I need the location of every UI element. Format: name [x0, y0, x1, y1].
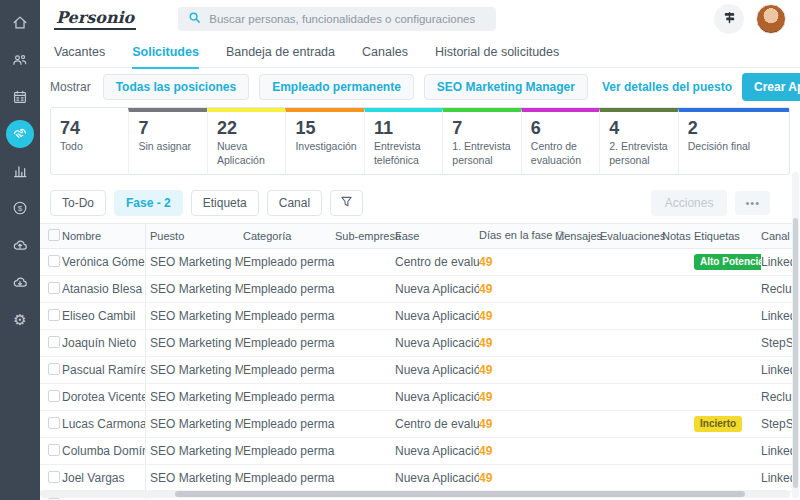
signpost-icon — [722, 10, 737, 29]
pipeline-stage[interactable]: 2 Decisión final — [678, 108, 789, 174]
topbar-actions — [714, 4, 786, 34]
row-checkbox[interactable] — [48, 471, 60, 483]
vertical-scrollbar[interactable] — [792, 172, 799, 498]
cell-nombre[interactable]: Verónica Gómez — [62, 249, 146, 275]
pipeline-stage[interactable]: 15 Investigación — [285, 108, 363, 174]
pipeline-stage[interactable]: 7 1. Entrevista personal — [442, 108, 520, 174]
sidebar-item-export[interactable] — [6, 268, 34, 296]
tab-label: Solicitudes — [132, 45, 199, 59]
toolbar-filter-button[interactable]: To-Do — [50, 190, 106, 216]
pipeline-stage[interactable]: 6 Centro de evaluación — [521, 108, 599, 174]
col-header-canal[interactable]: Canal — [761, 230, 792, 242]
tab-item[interactable]: Bandeja de entrada — [226, 45, 335, 67]
table-row[interactable]: Lucas Carmona SEO Marketing Manager Empl… — [40, 411, 792, 438]
col-header-categoria[interactable]: Categoría — [243, 230, 335, 242]
vertical-scrollbar-thumb[interactable] — [793, 218, 798, 488]
global-search-input[interactable]: Buscar personas, funcionalidades o confi… — [178, 7, 496, 31]
cell-dias: 49 — [479, 417, 555, 431]
row-checkbox[interactable] — [48, 444, 60, 456]
table-header-row: Nombre Puesto Categoría Sub-empresa Fase… — [40, 223, 792, 249]
stage-count: 7 — [452, 118, 511, 139]
cell-nombre[interactable]: Dorotea Vicente — [62, 384, 146, 410]
table-row[interactable]: Joel Vargas SEO Marketing Manager Emplea… — [40, 465, 792, 492]
user-avatar[interactable] — [756, 4, 786, 34]
row-checkbox[interactable] — [48, 390, 60, 402]
table-row[interactable]: Verónica Gómez SEO Marketing Manager Emp… — [40, 249, 792, 276]
cell-nombre[interactable]: Atanasio Blesa — [62, 276, 146, 302]
horizontal-scrollbar[interactable] — [40, 490, 790, 498]
row-checkbox[interactable] — [48, 417, 60, 429]
tab-item[interactable]: Solicitudes — [132, 45, 199, 67]
pipeline-stage[interactable]: 7 Sin asignar — [128, 108, 206, 174]
col-header-dias[interactable]: Días en la faseⓘ — [479, 229, 555, 243]
cell-categoria: Empleado permanente — [243, 471, 335, 485]
toolbar-filter-button[interactable]: Fase - 2 — [114, 190, 183, 216]
sidebar-item-settings[interactable]: ⚙ — [6, 305, 34, 333]
col-header-sub-empresa[interactable]: Sub-empresa — [335, 230, 395, 242]
cell-nombre[interactable]: Pascual Ramírez — [62, 357, 146, 383]
tab-item[interactable]: Canales — [362, 45, 408, 67]
sidebar-item-payroll[interactable]: $ — [6, 194, 34, 222]
stage-label: 2. Entrevista personal — [609, 140, 668, 167]
sidebar-item-recruiting[interactable] — [6, 120, 34, 148]
filter-pill-position[interactable]: SEO Marketing Manager — [424, 74, 588, 100]
cell-nombre[interactable]: Joaquín Nieto — [62, 330, 146, 356]
table-row[interactable]: Columba Domínguez SEO Marketing Manager … — [40, 438, 792, 465]
pipeline-stage[interactable]: 74 Todo — [51, 108, 128, 174]
cell-nombre[interactable]: Eliseo Cambil — [62, 303, 146, 329]
sidebar-item-home[interactable] — [6, 9, 34, 37]
pipeline-stage[interactable]: 11 Entrevista telefónica — [364, 108, 442, 174]
sidebar-item-analytics[interactable] — [6, 157, 34, 185]
horizontal-scrollbar-thumb[interactable] — [175, 491, 745, 497]
more-actions-button[interactable]: ••• — [735, 191, 770, 215]
cell-categoria: Empleado permanente — [243, 390, 335, 404]
position-details-link[interactable]: Ver detalles del puesto — [602, 80, 732, 94]
table-row[interactable]: Eliseo Cambil SEO Marketing Manager Empl… — [40, 303, 792, 330]
row-checkbox[interactable] — [48, 282, 60, 294]
sidebar-item-calendar[interactable] — [6, 83, 34, 111]
search-placeholder: Buscar personas, funcionalidades o confi… — [209, 13, 475, 25]
row-checkbox[interactable] — [48, 363, 60, 375]
table-row[interactable]: Pascual Ramírez SEO Marketing Manager Em… — [40, 357, 792, 384]
row-checkbox[interactable] — [48, 309, 60, 321]
sidebar-item-import[interactable] — [6, 231, 34, 259]
select-all-checkbox[interactable] — [40, 229, 62, 243]
sidebar-item-employees[interactable] — [6, 46, 34, 74]
personio-logo[interactable]: Personio — [54, 8, 136, 30]
col-header-notas[interactable]: Notas — [662, 230, 694, 242]
table-row[interactable]: Joaquín Nieto SEO Marketing Manager Empl… — [40, 330, 792, 357]
filter-pill-category[interactable]: Empleado permanente — [259, 74, 414, 100]
toolbar-filter-button[interactable]: Etiqueta — [191, 190, 259, 216]
create-application-button[interactable]: Crear Aplicación — [742, 73, 800, 101]
cell-etiquetas: Incierto — [694, 416, 761, 432]
row-checkbox[interactable] — [48, 336, 60, 348]
col-header-puesto[interactable]: Puesto — [146, 230, 243, 242]
row-checkbox[interactable] — [48, 255, 60, 267]
pipeline-stage[interactable]: 22 Nueva Aplicación — [207, 108, 285, 174]
main-area: Personio Buscar personas, funcionalidade… — [40, 0, 800, 500]
toolbar-filter-button[interactable]: Canal — [267, 190, 322, 216]
col-header-etiquetas[interactable]: Etiquetas — [694, 230, 761, 242]
cell-canal: LinkedIn — [761, 255, 792, 269]
filter-pill-positions[interactable]: Todas las posiciones — [103, 74, 249, 100]
table-row[interactable]: Dorotea Vicente SEO Marketing Manager Em… — [40, 384, 792, 411]
stage-count: 6 — [531, 118, 590, 139]
col-header-evaluaciones[interactable]: Evaluaciones — [600, 230, 662, 242]
list-toolbar: To-DoFase - 2EtiquetaCanal Acciones ••• — [40, 183, 800, 223]
pipeline-stage[interactable]: 4 2. Entrevista personal — [599, 108, 677, 174]
cell-nombre[interactable]: Lucas Carmona — [62, 411, 146, 437]
cell-nombre[interactable]: Columba Domínguez — [62, 438, 146, 464]
whats-new-button[interactable] — [714, 4, 744, 34]
cell-categoria: Empleado permanente — [243, 336, 335, 350]
advanced-filter-button[interactable] — [330, 190, 363, 216]
tab-item[interactable]: Historial de solicitudes — [435, 45, 559, 67]
col-header-nombre[interactable]: Nombre — [62, 224, 146, 248]
mostrar-label: Mostrar — [50, 80, 91, 94]
stage-count: 74 — [60, 118, 119, 139]
tab-item[interactable]: Vacantes — [54, 45, 105, 67]
col-header-fase[interactable]: Fase — [395, 230, 479, 242]
cell-nombre[interactable]: Joel Vargas — [62, 465, 146, 491]
table-row[interactable]: Atanasio Blesa SEO Marketing Manager Emp… — [40, 276, 792, 303]
col-header-mensajes[interactable]: Mensajes — [555, 230, 600, 242]
acciones-button[interactable]: Acciones — [651, 190, 728, 216]
